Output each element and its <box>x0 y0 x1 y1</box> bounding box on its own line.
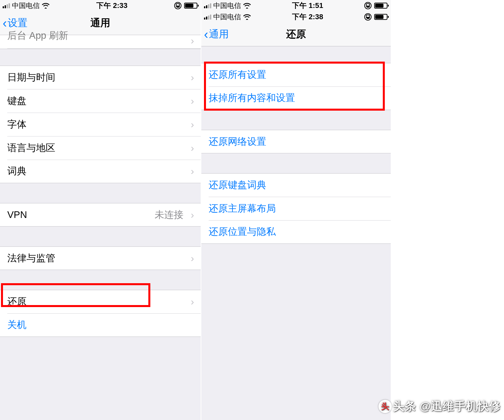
chevron-right-icon: › <box>191 119 194 130</box>
back-button[interactable]: ‹ 通用 <box>204 27 229 41</box>
status-time: 下午 1:51 <box>292 1 323 11</box>
carrier-label: 中国电信 <box>12 1 40 10</box>
page-title: 还原 <box>286 27 306 41</box>
wifi-icon <box>42 3 50 9</box>
status-bar: 中国电信 下午 2:38 <box>201 11 391 23</box>
chevron-right-icon: › <box>191 253 194 264</box>
row-dictionary[interactable]: 词典› <box>0 160 201 183</box>
row-background-app-refresh[interactable]: 后台 App 刷新 › <box>0 35 201 49</box>
battery-icon <box>184 3 197 9</box>
orientation-lock-icon <box>174 2 181 9</box>
status-time: 下午 2:38 <box>292 12 323 22</box>
back-label: 通用 <box>209 27 229 41</box>
row-language-region[interactable]: 语言与地区› <box>0 136 201 160</box>
chevron-right-icon: › <box>191 95 194 107</box>
signal-icon <box>204 15 211 20</box>
back-label: 设置 <box>8 16 27 30</box>
row-vpn[interactable]: VPN 未连接 › <box>0 203 201 227</box>
row-date-time[interactable]: 日期与时间› <box>0 66 201 89</box>
row-keyboard[interactable]: 键盘› <box>0 89 201 113</box>
row-reset-all-settings[interactable]: 还原所有设置 <box>201 63 391 86</box>
carrier-label: 中国电信 <box>213 1 241 10</box>
back-button[interactable]: ‹ 设置 <box>3 16 27 30</box>
chevron-right-icon: › <box>191 35 194 46</box>
nav-bar: ‹ 通用 还原 <box>201 23 391 46</box>
chevron-left-icon: ‹ <box>204 28 208 41</box>
row-erase-all[interactable]: 抹掉所有内容和设置 <box>201 86 391 110</box>
chevron-right-icon: › <box>191 72 194 83</box>
chevron-right-icon: › <box>191 142 194 154</box>
page-title: 通用 <box>90 16 110 30</box>
vpn-status: 未连接 <box>155 208 183 222</box>
left-screenshot: 中国电信 下午 2:33 ‹ 设置 通用 后台 App 刷新 › 日期与时间› … <box>0 0 201 420</box>
row-reset-network[interactable]: 还原网络设置 <box>201 130 391 153</box>
status-bar-outer: 中国电信 下午 1:51 <box>201 0 391 11</box>
signal-icon <box>204 3 211 8</box>
chevron-left-icon: ‹ <box>3 17 7 29</box>
orientation-lock-icon <box>364 2 372 9</box>
wifi-icon <box>243 3 251 9</box>
chevron-right-icon: › <box>191 209 194 221</box>
chevron-right-icon: › <box>191 296 194 307</box>
watermark: 头 头条 @迅维手机快修 <box>378 399 501 414</box>
right-screenshot: 中国电信 下午 1:51 中国电信 下午 2:38 ‹ <box>201 0 391 420</box>
orientation-lock-icon <box>364 13 372 21</box>
row-reset-location-privacy[interactable]: 还原位置与隐私 <box>201 220 391 244</box>
watermark-logo-icon: 头 <box>378 400 392 413</box>
row-shutdown[interactable]: 关机 <box>0 313 201 337</box>
row-reset-home-layout[interactable]: 还原主屏幕布局 <box>201 197 391 220</box>
row-legal[interactable]: 法律与监管› <box>0 246 201 270</box>
row-reset-keyboard[interactable]: 还原键盘词典 <box>201 173 391 197</box>
status-bar: 中国电信 下午 2:33 <box>0 0 201 11</box>
chevron-right-icon: › <box>191 166 194 177</box>
battery-icon <box>374 3 387 9</box>
row-reset[interactable]: 还原› <box>0 290 201 313</box>
wifi-icon <box>243 14 251 20</box>
row-fonts[interactable]: 字体› <box>0 113 201 136</box>
signal-icon <box>3 3 10 8</box>
battery-icon <box>374 14 387 20</box>
carrier-label: 中国电信 <box>213 12 241 22</box>
status-time: 下午 2:33 <box>96 1 127 11</box>
